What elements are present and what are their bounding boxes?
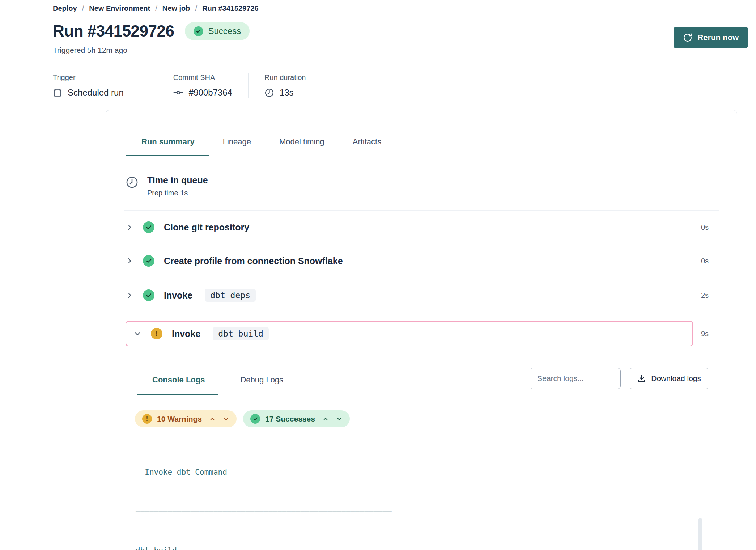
chevron-down-icon[interactable] [133, 330, 143, 338]
run-tabs: Run summary Lineage Model timing Artifac… [124, 110, 719, 156]
warnings-badge-label: 10 Warnings [157, 415, 202, 423]
check-circle-icon [250, 414, 260, 424]
breadcrumb-separator: / [155, 4, 157, 13]
page-title: Run #341529726 [53, 22, 174, 40]
chevron-right-icon[interactable] [126, 223, 135, 231]
command-chip: dbt deps [205, 289, 256, 302]
chevron-down-icon[interactable] [223, 416, 229, 422]
console-log-output: Invoke dbt Command —————————————————————… [136, 440, 709, 550]
chevron-down-icon[interactable] [336, 416, 343, 422]
scrollbar-thumb[interactable] [698, 518, 702, 550]
meta-duration: Run duration 13s [248, 73, 322, 98]
step-title: Clone git repository [164, 222, 249, 233]
breadcrumb-environment[interactable]: New Environment [89, 4, 150, 13]
refresh-icon [683, 33, 692, 42]
chevron-up-icon[interactable] [209, 416, 216, 422]
success-check-icon [143, 221, 154, 233]
rerun-now-label: Rerun now [697, 33, 739, 42]
step-title: Create profile from connection Snowflake [164, 256, 343, 266]
chevron-up-icon[interactable] [322, 416, 329, 422]
tab-artifacts[interactable]: Artifacts [353, 137, 381, 156]
calendar-icon [53, 88, 62, 97]
clock-outline-icon [126, 176, 139, 197]
status-badge: Success [185, 22, 250, 40]
step-duration: 2s [701, 291, 717, 300]
warnings-badge[interactable]: ! 10 Warnings [135, 410, 237, 427]
meta-commit: Commit SHA #900b7364 [157, 73, 248, 98]
header: Run #341529726 Success [53, 22, 747, 40]
check-circle-icon [194, 26, 203, 36]
step-row-dbt-build[interactable]: ! Invoke dbt build 9s [124, 313, 719, 352]
tab-debug-logs[interactable]: Debug Logs [240, 375, 283, 395]
console-separator: ————————————————————————————————————————… [136, 505, 691, 518]
step-duration: 0s [701, 257, 717, 265]
step-title: Invoke [172, 329, 200, 339]
breadcrumb-separator: / [82, 4, 84, 13]
meta-duration-label: Run duration [264, 73, 306, 82]
status-badge-label: Success [208, 26, 241, 36]
warning-icon: ! [142, 414, 152, 424]
logs-header: Console Logs Debug Logs Download logs [135, 368, 709, 395]
tab-lineage[interactable]: Lineage [223, 137, 251, 156]
command-chip: dbt build [213, 327, 269, 340]
successes-badge[interactable]: 17 Successes [243, 410, 350, 427]
meta-trigger: Trigger Scheduled run [53, 73, 157, 98]
breadcrumb-deploy[interactable]: Deploy [53, 4, 77, 13]
tab-run-summary[interactable]: Run summary [141, 137, 195, 156]
breadcrumb-job[interactable]: New job [162, 4, 190, 13]
prep-time-link[interactable]: Prep time 1s [147, 189, 188, 197]
triggered-timestamp: Triggered 5h 12m ago [53, 46, 747, 55]
meta-duration-value: 13s [280, 88, 294, 98]
step-row-clone-git[interactable]: Clone git repository 0s [124, 211, 719, 244]
meta-commit-value: #900b7364 [189, 88, 232, 98]
run-meta: Trigger Scheduled run Commit SHA #900b73… [53, 73, 747, 98]
step-duration: 0s [701, 223, 717, 232]
logs-panel: Console Logs Debug Logs Download logs ! … [135, 368, 709, 550]
step-row-create-profile[interactable]: Create profile from connection Snowflake… [124, 244, 719, 278]
successes-badge-label: 17 Successes [265, 415, 315, 423]
download-logs-label: Download logs [651, 374, 701, 383]
meta-commit-label: Commit SHA [173, 73, 232, 82]
download-logs-button[interactable]: Download logs [629, 368, 709, 389]
download-icon [637, 374, 646, 383]
console-command-header: Invoke dbt Command [136, 466, 691, 479]
chevron-right-icon[interactable] [126, 291, 135, 299]
success-check-icon [143, 289, 154, 301]
step-title: Invoke [164, 290, 192, 301]
step-duration: 9s [701, 330, 717, 338]
tab-model-timing[interactable]: Model timing [279, 137, 324, 156]
warning-icon: ! [151, 328, 162, 339]
run-detail-page: Deploy / New Environment / New job / Run… [0, 0, 756, 550]
rerun-now-button[interactable]: Rerun now [674, 27, 748, 48]
search-logs-input[interactable] [530, 368, 621, 389]
time-in-queue-section: Time in queue Prep time 1s [124, 156, 719, 211]
breadcrumb-current-run: Run #341529726 [202, 4, 259, 13]
breadcrumb: Deploy / New Environment / New job / Run… [53, 4, 747, 13]
commit-icon [173, 88, 183, 98]
chevron-right-icon[interactable] [126, 257, 135, 265]
run-summary-card: Run summary Lineage Model timing Artifac… [106, 110, 737, 550]
meta-trigger-label: Trigger [53, 73, 124, 82]
tab-console-logs[interactable]: Console Logs [152, 375, 205, 395]
clock-icon [264, 88, 274, 98]
success-check-icon [143, 255, 154, 267]
meta-trigger-value: Scheduled run [68, 88, 124, 98]
breadcrumb-separator: / [195, 4, 197, 13]
time-in-queue-title: Time in queue [147, 175, 208, 186]
step-row-dbt-deps[interactable]: Invoke dbt deps 2s [124, 278, 719, 313]
console-command: dbt build [136, 544, 691, 550]
log-filter-badges: ! 10 Warnings 17 Successes [135, 410, 709, 427]
selected-step-box[interactable]: ! Invoke dbt build [126, 321, 693, 346]
